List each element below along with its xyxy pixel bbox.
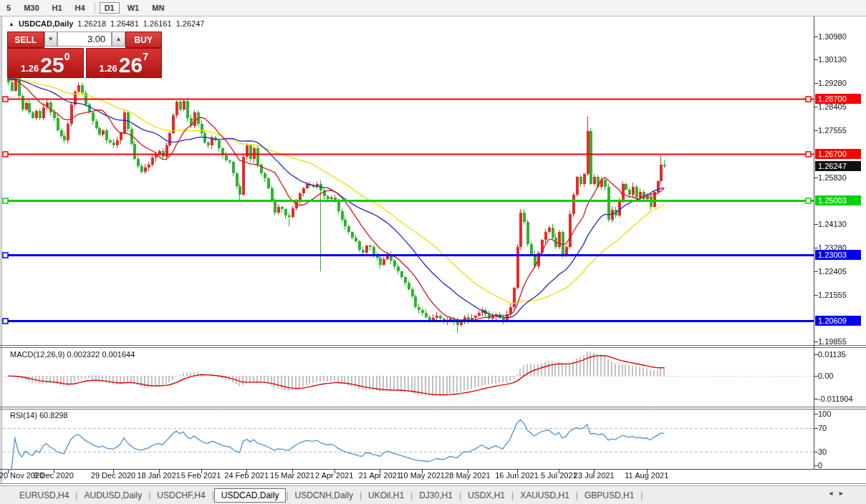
rsi-axis-label: 30 <box>818 447 827 456</box>
sr-line-price-label[interactable]: 1.25003 <box>815 195 861 205</box>
date-axis-label: 16 Jun 2021 <box>495 471 539 480</box>
tab-separator: | <box>640 490 643 500</box>
buy-button[interactable]: BUY <box>125 32 163 48</box>
price-axis-label: 1.25830 <box>818 173 847 182</box>
rsi-axis-label: 0 <box>818 461 822 470</box>
chart-tab-eurusd-h4[interactable]: EURUSD,H4 <box>13 488 75 503</box>
quote-open: 1.26218 <box>77 19 106 28</box>
timeframe-toolbar: 5M30H1H4D1W1MN <box>0 0 866 16</box>
macd-value-signal: 0.001644 <box>102 350 135 359</box>
sell-price-box[interactable]: 1.26 25 0 <box>7 48 84 78</box>
sr-line-price-label[interactable]: 1.28700 <box>815 94 861 104</box>
chart-tab-usdcad-daily[interactable]: USDCAD,Daily <box>214 488 287 503</box>
chart-tab-bar: EURUSD,H4|AUDUSD,Daily|USDCHF,H4|USDCAD,… <box>0 485 866 504</box>
sr-line-price-label[interactable]: 1.20609 <box>815 316 861 326</box>
rsi-name: RSI(14) <box>10 411 37 420</box>
quote-low: 1.26161 <box>143 19 172 28</box>
symbol-period-label: USDCAD,Daily <box>19 19 73 28</box>
one-click-trading-panel: SELL ▼ 3.00 ▲ BUY 1.26 25 0 1.26 26 7 <box>7 32 162 78</box>
date-axis-label: 5 Feb 2021 <box>181 471 221 480</box>
rsi-value: 60.8298 <box>39 411 68 420</box>
sell-button[interactable]: SELL <box>7 32 44 48</box>
price-axis-label: 1.30980 <box>818 32 847 41</box>
macd-name: MACD(12,26,9) <box>10 350 64 359</box>
price-axis-label: 1.22405 <box>818 267 847 276</box>
date-axis-label: 9 Dec 2020 <box>34 471 74 480</box>
buy-price-box[interactable]: 1.26 26 7 <box>86 48 163 78</box>
sr-line-price-label[interactable]: 1.26700 <box>815 149 861 159</box>
rsi-axis-label: 100 <box>818 410 831 418</box>
date-axis-label: 21 Apr 2021 <box>359 471 401 480</box>
timeframe-button-h1[interactable]: H1 <box>47 2 67 14</box>
rsi-axis-label: 70 <box>818 424 827 432</box>
sr-line-price-label[interactable]: 1.23003 <box>815 250 861 260</box>
macd-axis-label: 0.00 <box>818 372 833 380</box>
chart-tab-usdx-h1[interactable]: USDX,H1 <box>461 488 511 503</box>
timeframe-button-m30[interactable]: M30 <box>19 2 44 14</box>
date-axis-label: 15 Mar 2021 <box>270 471 314 480</box>
chart-tab-ukoil-h1[interactable]: UKOil,H1 <box>362 488 410 503</box>
price-axis-label: 1.30130 <box>818 55 847 64</box>
chart-tab-xauusd-h1[interactable]: XAUUSD,H1 <box>514 488 576 503</box>
date-axis-label: 11 Aug 2021 <box>625 471 668 480</box>
timeframe-button-w1[interactable]: W1 <box>122 2 145 14</box>
macd-axis-label: -0.011904 <box>818 394 853 403</box>
chart-tab-usdcnh-daily[interactable]: USDCNH,Daily <box>289 488 360 503</box>
chart-tab-usdchf-h4[interactable]: USDCHF,H4 <box>150 488 211 503</box>
date-axis-label: 18 Jan 2021 <box>137 471 181 480</box>
rsi-indicator-label: RSI(14) 60.8298 <box>10 411 68 420</box>
timeframe-button-mn[interactable]: MN <box>147 2 169 14</box>
buy-price-sup: 7 <box>143 51 148 62</box>
current-price-label: 1.26247 <box>815 161 861 171</box>
macd-indicator-label: MACD(12,26,9) 0.002322 0.001644 <box>10 350 135 359</box>
volume-decrease-button[interactable]: ▼ <box>44 32 57 47</box>
volume-input[interactable]: 3.00 <box>57 32 112 47</box>
timeframe-button-d1[interactable]: D1 <box>100 2 120 14</box>
macd-axis-label: 0.01135 <box>818 350 846 359</box>
sell-price-big: 25 <box>40 54 64 76</box>
buy-price-small: 1.26 <box>100 63 117 74</box>
toolbar-separator <box>95 2 95 14</box>
chart-tab-dj30-h1[interactable]: DJ30,H1 <box>413 488 459 503</box>
price-axis-label: 1.19855 <box>818 337 847 346</box>
macd-value-main: 0.002322 <box>67 350 100 359</box>
timeframe-button-5[interactable]: 5 <box>1 2 16 14</box>
collapse-panel-icon[interactable]: ▲ <box>9 21 14 27</box>
date-axis-label: 28 May 2021 <box>445 471 491 480</box>
volume-increase-button[interactable]: ▲ <box>112 32 125 47</box>
chart-tab-audusd-daily[interactable]: AUDUSD,Daily <box>77 488 148 503</box>
quote-high: 1.26481 <box>110 19 139 28</box>
chart-title: ▲ USDCAD,Daily 1.26218 1.26481 1.26161 1… <box>9 19 204 28</box>
buy-price-big: 26 <box>119 54 143 76</box>
price-axis-label: 1.21555 <box>818 291 847 299</box>
price-axis-label: 1.24130 <box>818 220 847 228</box>
date-axis-label: 29 Dec 2020 <box>91 471 135 480</box>
chart-tab-gbpusd-h1[interactable]: GBPUSD,H1 <box>578 488 640 503</box>
sell-price-small: 1.26 <box>21 63 39 74</box>
sell-price-sup: 0 <box>64 51 70 62</box>
timeframe-button-h4[interactable]: H4 <box>70 2 90 14</box>
date-axis-label: 24 Feb 2021 <box>224 471 269 480</box>
date-axis-label: 10 May 2021 <box>399 471 445 480</box>
date-axis-label: 5 Jul 2021 <box>541 471 577 480</box>
quote-close: 1.26247 <box>176 19 205 28</box>
price-axis-label: 1.29280 <box>818 79 847 87</box>
price-axis-label: 1.27555 <box>818 126 847 135</box>
date-axis-label: 23 Jul 2021 <box>574 471 615 480</box>
tab-scroll-arrows[interactable]: ◄► <box>827 490 849 497</box>
date-axis-label: 2 Apr 2021 <box>315 471 353 480</box>
mt4-window: { "toolbar": { "timeframes": [ {"label":… <box>0 0 866 504</box>
price-axis-label: 1.28405 <box>818 102 847 111</box>
